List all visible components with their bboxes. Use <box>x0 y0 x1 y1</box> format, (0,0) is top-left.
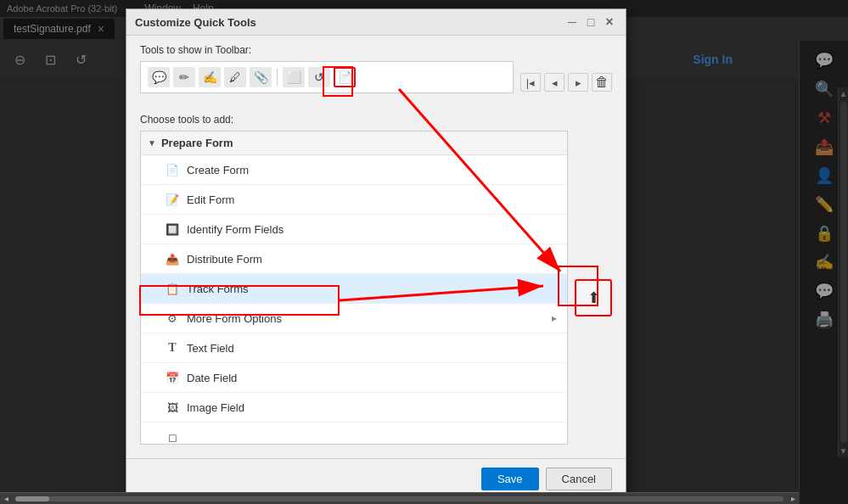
qt-crop-btn[interactable]: ⬜ <box>283 67 305 87</box>
dialog-minimize-btn[interactable]: ─ <box>564 14 580 30</box>
tools-list[interactable]: ▼ Prepare Form 📄 Create Form 📝 Edit Form… <box>140 131 568 445</box>
date-field-label: Date Field <box>187 372 237 384</box>
qt-export-btn[interactable]: 📄 <box>334 67 356 87</box>
remove-btn[interactable]: 🗑 <box>592 73 612 92</box>
dialog-maximize-btn[interactable]: □ <box>583 14 598 30</box>
dialog-titlebar: Customize Quick Tools ─ □ × <box>126 9 626 36</box>
track-forms-label: Track Forms <box>187 283 248 295</box>
text-field-item[interactable]: T Text Field <box>141 333 567 363</box>
extra-icon-1: ◻ <box>165 429 180 445</box>
cancel-btn[interactable]: Cancel <box>546 468 612 490</box>
qt-attach-btn[interactable]: 📎 <box>250 67 272 87</box>
dialog-close-btn[interactable]: × <box>602 14 617 30</box>
move-left-btn[interactable]: ◂ <box>544 73 564 92</box>
more-form-options-label: More Form Options <box>187 312 282 325</box>
dialog-body: Tools to show in Toolbar: 💬 ✏ ✍ 🖊 📎 ⬜ ↺ … <box>126 36 626 458</box>
more-options-icon: ⚙ <box>165 311 180 326</box>
quick-tools-bar: 💬 ✏ ✍ 🖊 📎 ⬜ ↺ 📄 <box>140 61 514 93</box>
date-field-item[interactable]: 📅 Date Field <box>141 363 567 393</box>
scroll-right-btn[interactable]: ▸ <box>787 493 799 505</box>
dialog-title: Customize Quick Tools <box>135 16 256 29</box>
more-form-options-item[interactable]: ⚙ More Form Options ▸ <box>141 304 567 333</box>
identify-form-fields-item[interactable]: 🔲 Identify Form Fields <box>141 215 567 244</box>
identify-form-fields-icon: 🔲 <box>165 221 180 237</box>
bottom-scrollbar[interactable]: ◂ ▸ <box>0 492 799 504</box>
extra-item-1[interactable]: ◻ <box>141 423 567 445</box>
qt-comment-btn[interactable]: 💬 <box>148 67 170 87</box>
section-arrow: ▼ <box>148 138 156 148</box>
add-to-toolbar-btn[interactable]: ⬆ <box>575 279 612 316</box>
create-form-icon: 📄 <box>165 162 180 177</box>
image-field-icon: 🖼 <box>165 400 180 415</box>
toolbar-label: Tools to show in Toolbar: <box>140 44 612 56</box>
scroll-left-btn[interactable]: ◂ <box>0 493 12 505</box>
edit-form-icon: 📝 <box>165 192 180 207</box>
edit-form-item[interactable]: 📝 Edit Form <box>141 185 567 215</box>
edit-form-label: Edit Form <box>187 193 234 206</box>
align-start-btn[interactable]: |◂ <box>520 73 541 92</box>
track-forms-icon: 📋 <box>165 281 180 296</box>
qt-stamp-btn[interactable]: 🖊 <box>224 67 246 87</box>
section-label: Prepare Form <box>161 137 233 149</box>
date-field-icon: 📅 <box>165 370 180 385</box>
customize-quick-tools-dialog: Customize Quick Tools ─ □ × Tools to sho… <box>126 8 626 500</box>
qt-pencil-btn[interactable]: ✏ <box>173 67 195 87</box>
identify-form-fields-label: Identify Form Fields <box>187 223 284 236</box>
create-form-label: Create Form <box>187 164 249 176</box>
qt-divider <box>277 69 278 86</box>
qt-highlight-btn[interactable]: ✍ <box>199 67 221 87</box>
create-form-item[interactable]: 📄 Create Form <box>141 155 567 185</box>
track-forms-item[interactable]: 📋 Track Forms <box>141 274 567 304</box>
text-field-label: Text Field <box>187 342 234 355</box>
distribute-form-icon: 📤 <box>165 251 180 266</box>
distribute-form-item[interactable]: 📤 Distribute Form <box>141 244 567 274</box>
qt-undo-btn[interactable]: ↺ <box>308 67 330 87</box>
save-btn[interactable]: Save <box>481 468 539 490</box>
image-field-item[interactable]: 🖼 Image Field <box>141 393 567 423</box>
text-field-icon: T <box>165 340 180 356</box>
move-right-btn[interactable]: ▸ <box>568 73 588 92</box>
choose-label: Choose tools to add: <box>140 114 612 126</box>
distribute-form-label: Distribute Form <box>187 253 262 266</box>
more-options-arrow: ▸ <box>552 312 557 324</box>
prepare-form-section[interactable]: ▼ Prepare Form <box>141 132 567 155</box>
image-field-label: Image Field <box>187 401 244 414</box>
